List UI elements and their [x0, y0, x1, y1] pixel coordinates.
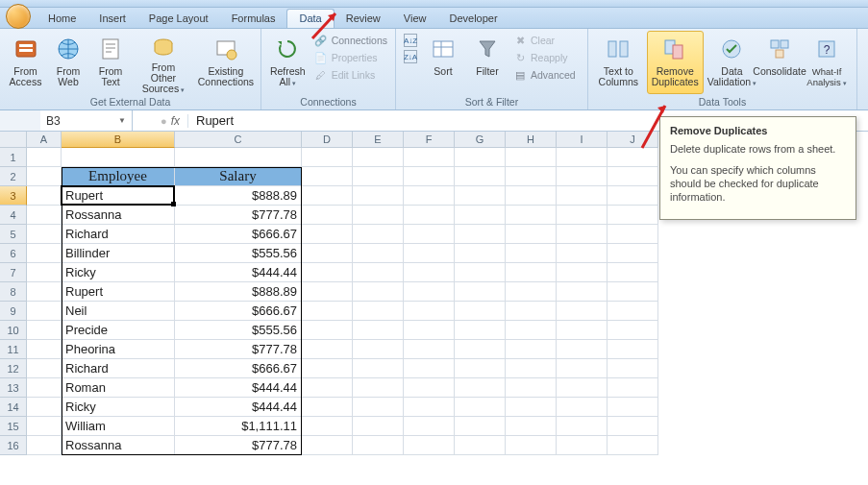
cell-A4[interactable]	[27, 206, 62, 225]
cell-B12[interactable]: Richard	[62, 359, 175, 378]
cell-B16[interactable]: Rossanna	[62, 436, 175, 455]
cell-B2[interactable]: Employee	[62, 167, 175, 186]
cell-B3[interactable]: Rupert	[62, 186, 175, 206]
cell-G1[interactable]	[455, 148, 506, 167]
row-header-12[interactable]: 12	[0, 359, 27, 378]
cell-H15[interactable]	[506, 417, 557, 436]
cell-E9[interactable]	[353, 302, 404, 321]
cell-B5[interactable]: Richard	[62, 225, 175, 244]
cell-D13[interactable]	[302, 378, 353, 398]
cell-A12[interactable]	[27, 359, 62, 378]
cell-C15[interactable]: $1,111.11	[175, 417, 302, 436]
select-all-corner[interactable]	[0, 132, 27, 148]
tab-developer[interactable]: Developer	[437, 9, 508, 28]
row-header-14[interactable]: 14	[0, 398, 27, 417]
cell-C9[interactable]: $666.67	[175, 302, 302, 321]
row-header-1[interactable]: 1	[0, 148, 27, 167]
cell-I13[interactable]	[557, 378, 608, 398]
advanced-button[interactable]: ▤Advanced	[511, 67, 578, 83]
tab-home[interactable]: Home	[37, 9, 87, 28]
cell-C11[interactable]: $777.78	[175, 340, 302, 359]
cell-D2[interactable]	[302, 167, 353, 186]
cell-C3[interactable]: $888.89	[175, 186, 302, 206]
tab-insert[interactable]: Insert	[87, 9, 137, 28]
cell-G5[interactable]	[455, 225, 506, 244]
tab-page-layout[interactable]: Page Layout	[137, 9, 220, 28]
cell-A7[interactable]	[27, 263, 62, 282]
cell-H13[interactable]	[506, 378, 557, 398]
cell-C2[interactable]: Salary	[175, 167, 302, 186]
data-validation-button[interactable]: Data Validation	[707, 31, 756, 94]
cell-D6[interactable]	[302, 244, 353, 263]
cell-H2[interactable]	[506, 167, 557, 186]
cell-E7[interactable]	[353, 263, 404, 282]
cell-B7[interactable]: Ricky	[62, 263, 175, 282]
row-header-3[interactable]: 3	[0, 186, 27, 206]
filter-button[interactable]: Filter	[467, 31, 508, 94]
cell-H5[interactable]	[506, 225, 557, 244]
cell-J3[interactable]	[608, 186, 658, 206]
cell-G2[interactable]	[455, 167, 506, 186]
cell-G15[interactable]	[455, 417, 506, 436]
cell-H3[interactable]	[506, 186, 557, 206]
consolidate-button[interactable]: Consolidate	[760, 31, 799, 94]
cell-F12[interactable]	[404, 359, 455, 378]
cell-D8[interactable]	[302, 282, 353, 302]
cell-J11[interactable]	[608, 340, 658, 359]
cell-A13[interactable]	[27, 378, 62, 398]
column-header-G[interactable]: G	[455, 132, 506, 148]
cell-H16[interactable]	[506, 436, 557, 455]
cell-D12[interactable]	[302, 359, 353, 378]
cell-C8[interactable]: $888.89	[175, 282, 302, 302]
cell-B8[interactable]: Rupert	[62, 282, 175, 302]
cell-J7[interactable]	[608, 263, 658, 282]
cell-G7[interactable]	[455, 263, 506, 282]
refresh-all-button[interactable]: Refresh All	[267, 31, 309, 94]
cell-B9[interactable]: Neil	[62, 302, 175, 321]
cell-F14[interactable]	[404, 398, 455, 417]
cell-F10[interactable]	[404, 321, 455, 340]
cell-J6[interactable]	[608, 244, 658, 263]
row-header-5[interactable]: 5	[0, 225, 27, 244]
cell-C16[interactable]: $777.78	[175, 436, 302, 455]
cell-E3[interactable]	[353, 186, 404, 206]
cell-I15[interactable]	[557, 417, 608, 436]
cell-H9[interactable]	[506, 302, 557, 321]
text-to-columns-button[interactable]: Text to Columns	[594, 31, 643, 94]
cell-F8[interactable]	[404, 282, 455, 302]
sort-desc-button[interactable]: Z↓A	[402, 49, 419, 64]
cell-J16[interactable]	[608, 436, 658, 455]
cell-J13[interactable]	[608, 378, 658, 398]
cell-G12[interactable]	[455, 359, 506, 378]
cell-E5[interactable]	[353, 225, 404, 244]
column-header-J[interactable]: J	[608, 132, 658, 148]
cell-F3[interactable]	[404, 186, 455, 206]
row-header-7[interactable]: 7	[0, 263, 27, 282]
cell-D14[interactable]	[302, 398, 353, 417]
cell-G16[interactable]	[455, 436, 506, 455]
cell-A8[interactable]	[27, 282, 62, 302]
cell-B6[interactable]: Billinder	[62, 244, 175, 263]
cell-C13[interactable]: $444.44	[175, 378, 302, 398]
from-access-button[interactable]: From Access	[6, 31, 45, 94]
row-header-4[interactable]: 4	[0, 206, 27, 225]
cell-J4[interactable]	[608, 206, 658, 225]
cell-J5[interactable]	[608, 225, 658, 244]
sort-button[interactable]: Sort	[423, 31, 463, 94]
cell-I12[interactable]	[557, 359, 608, 378]
cell-B1[interactable]	[62, 148, 175, 167]
cell-D10[interactable]	[302, 321, 353, 340]
cell-A10[interactable]	[27, 321, 62, 340]
office-button[interactable]	[6, 4, 31, 29]
cell-D5[interactable]	[302, 225, 353, 244]
cell-B11[interactable]: Pheorina	[62, 340, 175, 359]
cell-B15[interactable]: William	[62, 417, 175, 436]
cell-G4[interactable]	[455, 206, 506, 225]
column-header-E[interactable]: E	[353, 132, 404, 148]
cell-C4[interactable]: $777.78	[175, 206, 302, 225]
cell-E6[interactable]	[353, 244, 404, 263]
cell-J9[interactable]	[608, 302, 658, 321]
row-header-15[interactable]: 15	[0, 417, 27, 436]
cell-C10[interactable]: $555.56	[175, 321, 302, 340]
cell-A5[interactable]	[27, 225, 62, 244]
